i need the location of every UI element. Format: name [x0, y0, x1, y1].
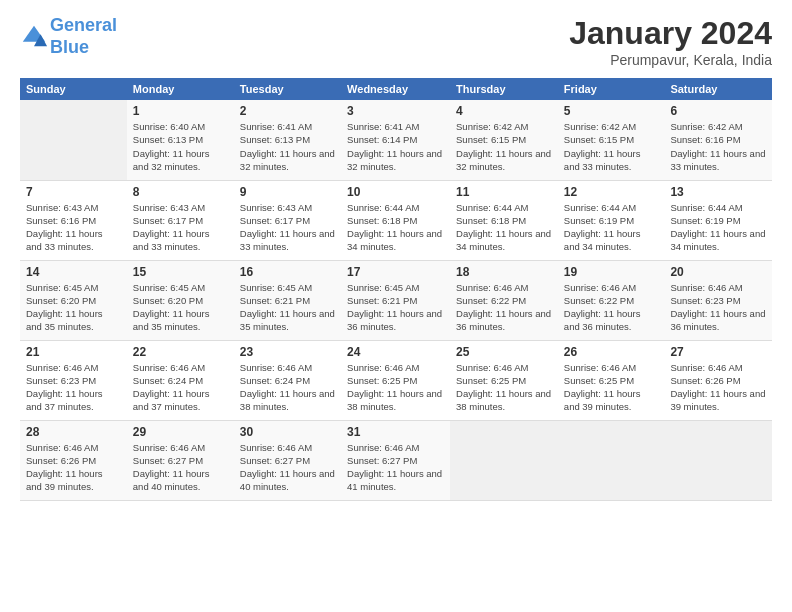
- day-number: 5: [564, 104, 659, 118]
- day-info: Sunrise: 6:45 AM Sunset: 6:20 PM Dayligh…: [26, 281, 121, 334]
- day-number: 6: [670, 104, 766, 118]
- day-info: Sunrise: 6:44 AM Sunset: 6:18 PM Dayligh…: [347, 201, 444, 254]
- day-info: Sunrise: 6:46 AM Sunset: 6:25 PM Dayligh…: [564, 361, 659, 414]
- logo-text: General Blue: [50, 15, 117, 58]
- day-number: 9: [240, 185, 335, 199]
- day-info: Sunrise: 6:46 AM Sunset: 6:22 PM Dayligh…: [456, 281, 552, 334]
- day-info: Sunrise: 6:44 AM Sunset: 6:18 PM Dayligh…: [456, 201, 552, 254]
- cell-week3-day6: 20Sunrise: 6:46 AM Sunset: 6:23 PM Dayli…: [664, 260, 772, 340]
- day-info: Sunrise: 6:44 AM Sunset: 6:19 PM Dayligh…: [564, 201, 659, 254]
- day-number: 19: [564, 265, 659, 279]
- day-info: Sunrise: 6:42 AM Sunset: 6:16 PM Dayligh…: [670, 120, 766, 173]
- day-info: Sunrise: 6:44 AM Sunset: 6:19 PM Dayligh…: [670, 201, 766, 254]
- day-number: 14: [26, 265, 121, 279]
- cell-week2-day6: 13Sunrise: 6:44 AM Sunset: 6:19 PM Dayli…: [664, 180, 772, 260]
- day-number: 16: [240, 265, 335, 279]
- header: General Blue January 2024 Perumpavur, Ke…: [20, 15, 772, 68]
- day-number: 21: [26, 345, 121, 359]
- cell-week4-day0: 21Sunrise: 6:46 AM Sunset: 6:23 PM Dayli…: [20, 340, 127, 420]
- day-info: Sunrise: 6:42 AM Sunset: 6:15 PM Dayligh…: [564, 120, 659, 173]
- logo: General Blue: [20, 15, 117, 58]
- cell-week3-day5: 19Sunrise: 6:46 AM Sunset: 6:22 PM Dayli…: [558, 260, 665, 340]
- week-row-1: 1Sunrise: 6:40 AM Sunset: 6:13 PM Daylig…: [20, 100, 772, 180]
- cell-week5-day6: [664, 420, 772, 500]
- header-friday: Friday: [558, 78, 665, 100]
- day-number: 28: [26, 425, 121, 439]
- header-sunday: Sunday: [20, 78, 127, 100]
- cell-week3-day3: 17Sunrise: 6:45 AM Sunset: 6:21 PM Dayli…: [341, 260, 450, 340]
- header-saturday: Saturday: [664, 78, 772, 100]
- day-number: 1: [133, 104, 228, 118]
- day-info: Sunrise: 6:46 AM Sunset: 6:27 PM Dayligh…: [240, 441, 335, 494]
- week-row-5: 28Sunrise: 6:46 AM Sunset: 6:26 PM Dayli…: [20, 420, 772, 500]
- day-number: 31: [347, 425, 444, 439]
- day-info: Sunrise: 6:46 AM Sunset: 6:23 PM Dayligh…: [26, 361, 121, 414]
- cell-week3-day1: 15Sunrise: 6:45 AM Sunset: 6:20 PM Dayli…: [127, 260, 234, 340]
- day-number: 17: [347, 265, 444, 279]
- day-info: Sunrise: 6:46 AM Sunset: 6:24 PM Dayligh…: [133, 361, 228, 414]
- day-number: 11: [456, 185, 552, 199]
- day-info: Sunrise: 6:46 AM Sunset: 6:25 PM Dayligh…: [456, 361, 552, 414]
- cell-week4-day5: 26Sunrise: 6:46 AM Sunset: 6:25 PM Dayli…: [558, 340, 665, 420]
- cell-week4-day3: 24Sunrise: 6:46 AM Sunset: 6:25 PM Dayli…: [341, 340, 450, 420]
- day-number: 27: [670, 345, 766, 359]
- day-number: 20: [670, 265, 766, 279]
- day-number: 22: [133, 345, 228, 359]
- cell-week1-day6: 6Sunrise: 6:42 AM Sunset: 6:16 PM Daylig…: [664, 100, 772, 180]
- week-row-2: 7Sunrise: 6:43 AM Sunset: 6:16 PM Daylig…: [20, 180, 772, 260]
- weekday-header-row: Sunday Monday Tuesday Wednesday Thursday…: [20, 78, 772, 100]
- day-info: Sunrise: 6:40 AM Sunset: 6:13 PM Dayligh…: [133, 120, 228, 173]
- day-info: Sunrise: 6:41 AM Sunset: 6:13 PM Dayligh…: [240, 120, 335, 173]
- day-info: Sunrise: 6:46 AM Sunset: 6:24 PM Dayligh…: [240, 361, 335, 414]
- day-info: Sunrise: 6:43 AM Sunset: 6:17 PM Dayligh…: [240, 201, 335, 254]
- day-info: Sunrise: 6:43 AM Sunset: 6:16 PM Dayligh…: [26, 201, 121, 254]
- cell-week2-day1: 8Sunrise: 6:43 AM Sunset: 6:17 PM Daylig…: [127, 180, 234, 260]
- day-info: Sunrise: 6:45 AM Sunset: 6:21 PM Dayligh…: [240, 281, 335, 334]
- day-info: Sunrise: 6:46 AM Sunset: 6:25 PM Dayligh…: [347, 361, 444, 414]
- day-number: 29: [133, 425, 228, 439]
- header-tuesday: Tuesday: [234, 78, 341, 100]
- cell-week4-day1: 22Sunrise: 6:46 AM Sunset: 6:24 PM Dayli…: [127, 340, 234, 420]
- title-block: January 2024 Perumpavur, Kerala, India: [569, 15, 772, 68]
- day-info: Sunrise: 6:42 AM Sunset: 6:15 PM Dayligh…: [456, 120, 552, 173]
- location: Perumpavur, Kerala, India: [569, 52, 772, 68]
- cell-week5-day0: 28Sunrise: 6:46 AM Sunset: 6:26 PM Dayli…: [20, 420, 127, 500]
- day-number: 10: [347, 185, 444, 199]
- cell-week1-day0: [20, 100, 127, 180]
- week-row-4: 21Sunrise: 6:46 AM Sunset: 6:23 PM Dayli…: [20, 340, 772, 420]
- cell-week3-day0: 14Sunrise: 6:45 AM Sunset: 6:20 PM Dayli…: [20, 260, 127, 340]
- day-info: Sunrise: 6:45 AM Sunset: 6:20 PM Dayligh…: [133, 281, 228, 334]
- day-number: 30: [240, 425, 335, 439]
- cell-week1-day4: 4Sunrise: 6:42 AM Sunset: 6:15 PM Daylig…: [450, 100, 558, 180]
- day-number: 26: [564, 345, 659, 359]
- cell-week1-day2: 2Sunrise: 6:41 AM Sunset: 6:13 PM Daylig…: [234, 100, 341, 180]
- week-row-3: 14Sunrise: 6:45 AM Sunset: 6:20 PM Dayli…: [20, 260, 772, 340]
- cell-week2-day4: 11Sunrise: 6:44 AM Sunset: 6:18 PM Dayli…: [450, 180, 558, 260]
- logo-icon: [20, 23, 48, 51]
- day-number: 18: [456, 265, 552, 279]
- day-number: 15: [133, 265, 228, 279]
- day-number: 23: [240, 345, 335, 359]
- day-info: Sunrise: 6:46 AM Sunset: 6:27 PM Dayligh…: [347, 441, 444, 494]
- cell-week2-day5: 12Sunrise: 6:44 AM Sunset: 6:19 PM Dayli…: [558, 180, 665, 260]
- calendar-table: Sunday Monday Tuesday Wednesday Thursday…: [20, 78, 772, 501]
- day-info: Sunrise: 6:46 AM Sunset: 6:23 PM Dayligh…: [670, 281, 766, 334]
- cell-week2-day2: 9Sunrise: 6:43 AM Sunset: 6:17 PM Daylig…: [234, 180, 341, 260]
- day-number: 12: [564, 185, 659, 199]
- cell-week1-day5: 5Sunrise: 6:42 AM Sunset: 6:15 PM Daylig…: [558, 100, 665, 180]
- cell-week5-day2: 30Sunrise: 6:46 AM Sunset: 6:27 PM Dayli…: [234, 420, 341, 500]
- cell-week4-day6: 27Sunrise: 6:46 AM Sunset: 6:26 PM Dayli…: [664, 340, 772, 420]
- header-monday: Monday: [127, 78, 234, 100]
- day-number: 7: [26, 185, 121, 199]
- day-number: 3: [347, 104, 444, 118]
- day-number: 8: [133, 185, 228, 199]
- cell-week3-day4: 18Sunrise: 6:46 AM Sunset: 6:22 PM Dayli…: [450, 260, 558, 340]
- cell-week2-day3: 10Sunrise: 6:44 AM Sunset: 6:18 PM Dayli…: [341, 180, 450, 260]
- day-info: Sunrise: 6:46 AM Sunset: 6:27 PM Dayligh…: [133, 441, 228, 494]
- cell-week5-day4: [450, 420, 558, 500]
- day-info: Sunrise: 6:46 AM Sunset: 6:26 PM Dayligh…: [670, 361, 766, 414]
- page: General Blue January 2024 Perumpavur, Ke…: [0, 0, 792, 612]
- cell-week5-day3: 31Sunrise: 6:46 AM Sunset: 6:27 PM Dayli…: [341, 420, 450, 500]
- day-info: Sunrise: 6:43 AM Sunset: 6:17 PM Dayligh…: [133, 201, 228, 254]
- cell-week1-day1: 1Sunrise: 6:40 AM Sunset: 6:13 PM Daylig…: [127, 100, 234, 180]
